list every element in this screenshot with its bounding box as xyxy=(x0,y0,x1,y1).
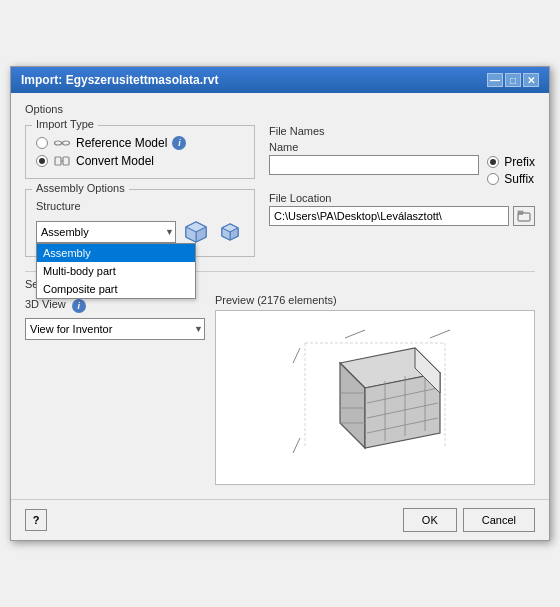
suffix-label: Suffix xyxy=(504,172,534,186)
select-section: Select 3D View i View for Inventor ▼ xyxy=(25,278,535,485)
minimize-button[interactable]: — xyxy=(487,73,503,87)
structure-label: Structure xyxy=(36,200,244,212)
file-names-label: File Names xyxy=(269,125,535,137)
info-icon[interactable]: i xyxy=(172,136,186,150)
convert-model-icon xyxy=(53,154,71,168)
maximize-button[interactable]: □ xyxy=(505,73,521,87)
preview-label: Preview (2176 elements) xyxy=(215,294,535,306)
structure-dropdown-list: Assembly Multi-body part Composite part xyxy=(36,243,196,299)
view-info-icon[interactable]: i xyxy=(72,299,86,313)
svg-point-0 xyxy=(55,141,62,145)
name-label: Name xyxy=(269,141,479,153)
title-bar: Import: Egyszerusitettmasolata.rvt — □ ✕ xyxy=(11,67,549,93)
preview-section: 3D View i View for Inventor ▼ Preview (2… xyxy=(25,294,535,485)
svg-rect-3 xyxy=(55,157,61,165)
reference-model-label: Reference Model xyxy=(76,136,167,150)
convert-model-label: Convert Model xyxy=(76,154,154,168)
close-button[interactable]: ✕ xyxy=(523,73,539,87)
ok-button[interactable]: OK xyxy=(403,508,457,532)
browse-icon xyxy=(517,209,531,223)
title-bar-buttons: — □ ✕ xyxy=(487,73,539,87)
prefix-label: Prefix xyxy=(504,155,535,169)
dropdown-option-composite[interactable]: Composite part xyxy=(37,280,195,298)
structure-row: Assembly ▼ Assembly Multi-body part Comp… xyxy=(36,218,244,246)
dropdown-option-assembly[interactable]: Assembly xyxy=(37,244,195,262)
dialog-body: Options Import Type xyxy=(11,93,549,495)
svg-rect-4 xyxy=(63,157,69,165)
dialog-title: Import: Egyszerusitettmasolata.rvt xyxy=(21,73,218,87)
file-location-row xyxy=(269,206,535,226)
prefix-row[interactable]: Prefix xyxy=(487,155,535,169)
prefix-radio[interactable] xyxy=(487,156,499,168)
name-input[interactable] xyxy=(269,155,479,175)
assembly-options-label: Assembly Options xyxy=(32,182,129,194)
structure-selected-value: Assembly xyxy=(41,226,89,238)
import-type-group: Import Type Reference Mode xyxy=(25,125,255,179)
svg-rect-18 xyxy=(518,211,523,213)
import-type-radio-group: Reference Model i xyxy=(36,136,244,168)
preview-panel: Preview (2176 elements) xyxy=(215,294,535,485)
left-column: Import Type Reference Mode xyxy=(25,119,255,265)
svg-point-1 xyxy=(63,141,70,145)
import-dialog: Import: Egyszerusitettmasolata.rvt — □ ✕… xyxy=(10,66,550,541)
structure-dropdown[interactable]: Assembly xyxy=(36,221,176,243)
import-type-label: Import Type xyxy=(32,118,98,130)
reference-model-radio[interactable] xyxy=(36,137,48,149)
convert-model-radio[interactable] xyxy=(36,155,48,167)
building-preview-svg xyxy=(285,318,465,478)
browse-button[interactable] xyxy=(513,206,535,226)
file-location-input[interactable] xyxy=(269,206,509,226)
suffix-prefix-group: Prefix Suffix xyxy=(487,155,535,186)
structure-dropdown-wrapper: Assembly ▼ Assembly Multi-body part Comp… xyxy=(36,221,176,243)
dialog-footer: ? OK Cancel xyxy=(11,499,549,540)
help-button[interactable]: ? xyxy=(25,509,47,531)
file-location-group: File Location xyxy=(269,192,535,226)
options-label: Options xyxy=(25,103,535,115)
cube-icon xyxy=(182,218,210,246)
preview-box xyxy=(215,310,535,485)
convert-model-row[interactable]: Convert Model xyxy=(36,154,244,168)
view-dropdown-wrapper: View for Inventor ▼ xyxy=(25,318,205,340)
dropdown-option-multi-body[interactable]: Multi-body part xyxy=(37,262,195,280)
view-3d-row: 3D View i xyxy=(25,298,205,314)
right-column: File Names Name Prefix Suffix xyxy=(269,119,535,265)
file-names-group: Name Prefix Suffix xyxy=(269,141,535,186)
reference-model-icon xyxy=(53,136,71,150)
main-two-col: Import Type Reference Mode xyxy=(25,119,535,265)
view-dropdown[interactable]: View for Inventor xyxy=(25,318,205,340)
suffix-radio[interactable] xyxy=(487,173,499,185)
view-panel: 3D View i View for Inventor ▼ xyxy=(25,294,205,485)
suffix-row[interactable]: Suffix xyxy=(487,172,535,186)
name-input-group: Name xyxy=(269,141,479,175)
assembly-options-group: Assembly Options Structure Assembly ▼ As… xyxy=(25,189,255,257)
cancel-button[interactable]: Cancel xyxy=(463,508,535,532)
cube-small-icon xyxy=(216,218,244,246)
file-location-label: File Location xyxy=(269,192,535,204)
view-3d-label: 3D View xyxy=(25,298,66,310)
footer-buttons: OK Cancel xyxy=(403,508,535,532)
reference-model-row[interactable]: Reference Model i xyxy=(36,136,244,150)
